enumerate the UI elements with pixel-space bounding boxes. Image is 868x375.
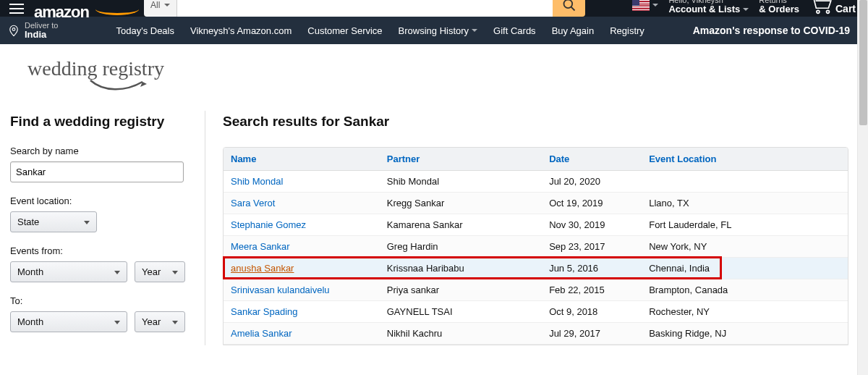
- partner-cell: Nikhil Kachru: [380, 323, 542, 345]
- to-year-select[interactable]: Year: [135, 311, 185, 332]
- svg-point-4: [12, 28, 15, 31]
- date-cell: Oct 19, 2019: [542, 193, 642, 214]
- partner-cell: Shib Mondal: [380, 171, 542, 193]
- locale-selector[interactable]: [632, 0, 658, 11]
- location-cell: Rochester, NY: [642, 301, 848, 323]
- to-label: To:: [10, 295, 190, 306]
- location-cell: Fort Lauderdale, FL: [642, 214, 848, 236]
- search-bar: All: [144, 0, 585, 17]
- cart-link[interactable]: Cart: [809, 0, 856, 14]
- location-cell: Brampton, Canada: [642, 279, 848, 301]
- cart-label: Cart: [835, 3, 856, 14]
- scrollbar[interactable]: [857, 0, 863, 345]
- svg-point-2: [817, 11, 820, 14]
- hamburger-menu-icon[interactable]: [6, 0, 27, 17]
- table-row: anusha SankarKrissnaa HaribabuJun 5, 201…: [224, 258, 848, 279]
- account-label: Account & Lists: [668, 4, 740, 14]
- table-row: Stephanie GomezKamarena SankarNov 30, 20…: [224, 214, 848, 236]
- returns-label: & Orders: [759, 4, 799, 14]
- chevron-down-icon: [164, 4, 170, 7]
- nav-top-bar: amazon All Hello, Vikneysh Account: [0, 0, 863, 17]
- name-cell: Sara Verot: [224, 193, 380, 214]
- covid-link[interactable]: Amazon's response to COVID-19: [693, 25, 850, 36]
- registry-name-link[interactable]: Stephanie Gomez: [231, 219, 306, 230]
- column-header[interactable]: Date: [542, 148, 642, 171]
- from-month-value: Month: [17, 266, 43, 277]
- svg-point-3: [827, 11, 830, 14]
- cart-icon: [809, 0, 834, 14]
- registry-name-link[interactable]: Meera Sankar: [231, 241, 290, 252]
- search-category-label: All: [150, 0, 160, 10]
- location-pin-icon: [7, 24, 20, 37]
- svg-point-0: [563, 0, 572, 8]
- from-year-value: Year: [142, 266, 161, 277]
- location-cell: Chennai, India: [642, 258, 848, 279]
- name-cell: Stephanie Gomez: [224, 214, 380, 236]
- state-value: State: [17, 216, 39, 227]
- sidebar-title: Find a wedding registry: [10, 114, 190, 130]
- nav-link[interactable]: Gift Cards: [493, 25, 536, 36]
- results-table-wrapper: NamePartnerDateEvent Location Shib Monda…: [223, 147, 848, 345]
- registry-name-link[interactable]: Srinivasan kulandaivelu: [231, 285, 330, 295]
- date-cell: Feb 22, 2015: [542, 279, 642, 301]
- main-content: Find a wedding registry Search by name E…: [0, 104, 863, 345]
- registry-name-link[interactable]: Sankar Spading: [231, 306, 298, 317]
- nav-link[interactable]: Today's Deals: [116, 25, 174, 36]
- events-from-label: Events from:: [10, 245, 190, 256]
- registry-name-link[interactable]: Amelia Sankar: [231, 328, 292, 339]
- registry-name-link[interactable]: Shib Mondal: [231, 176, 283, 187]
- to-month-select[interactable]: Month: [10, 311, 127, 332]
- name-cell: Sankar Spading: [224, 301, 380, 323]
- search-category-dropdown[interactable]: All: [144, 0, 177, 17]
- from-month-select[interactable]: Month: [10, 261, 127, 282]
- registry-name-link[interactable]: Sara Verot: [231, 198, 275, 208]
- nav-link[interactable]: Registry: [610, 25, 644, 36]
- scroll-thumb[interactable]: [859, 0, 863, 125]
- logo-text: amazon: [34, 7, 89, 17]
- partner-cell: Krissnaa Haribabu: [380, 258, 542, 279]
- search-icon: [562, 0, 576, 12]
- location-cell: Basking Ridge, NJ: [642, 323, 848, 345]
- location-cell: Llano, TX: [642, 193, 848, 214]
- filter-sidebar: Find a wedding registry Search by name E…: [0, 111, 205, 345]
- amazon-logo[interactable]: amazon: [34, 7, 135, 20]
- deliver-to[interactable]: Deliver to India: [7, 21, 58, 40]
- search-name-input[interactable]: [10, 161, 184, 182]
- event-location-label: Event location:: [10, 195, 190, 206]
- search-name-label: Search by name: [10, 146, 190, 156]
- results-panel: Search results for Sankar NamePartnerDat…: [205, 111, 863, 345]
- date-cell: Jul 29, 2017: [542, 323, 642, 345]
- nav-link[interactable]: Buy Again: [552, 25, 595, 36]
- results-table: NamePartnerDateEvent Location Shib Monda…: [224, 148, 848, 345]
- location-cell: New York, NY: [642, 236, 848, 258]
- logo-smile-icon: [95, 8, 139, 15]
- account-menu[interactable]: Hello, Vikneysh Account & Lists: [668, 0, 749, 14]
- returns-orders[interactable]: Returns & Orders: [759, 0, 799, 14]
- name-cell: Shib Mondal: [224, 171, 380, 193]
- nav-link[interactable]: Customer Service: [307, 25, 382, 36]
- nav-right: Hello, Vikneysh Account & Lists Returns …: [632, 0, 856, 14]
- date-cell: Oct 9, 2018: [542, 301, 642, 323]
- search-button[interactable]: [553, 0, 585, 17]
- date-cell: Jun 5, 2016: [542, 258, 642, 279]
- table-row: Amelia SankarNikhil KachruJul 29, 2017Ba…: [224, 323, 848, 345]
- table-row: Meera SankarGreg HardinSep 23, 2017New Y…: [224, 236, 848, 258]
- flag-us-icon: [632, 0, 650, 11]
- date-cell: Nov 30, 2019: [542, 214, 642, 236]
- column-header[interactable]: Name: [224, 148, 380, 171]
- table-row: Shib MondalShib MondalJul 20, 2020: [224, 171, 848, 193]
- from-year-select[interactable]: Year: [135, 261, 185, 282]
- nav-link[interactable]: Vikneysh's Amazon.com: [190, 25, 292, 36]
- partner-cell: Priya sankar: [380, 279, 542, 301]
- state-select[interactable]: State: [10, 211, 97, 232]
- search-input[interactable]: [177, 0, 553, 17]
- column-header[interactable]: Event Location: [642, 148, 848, 171]
- wedding-registry-logo[interactable]: wedding registry: [0, 44, 863, 104]
- column-header[interactable]: Partner: [380, 148, 542, 171]
- results-heading: Search results for Sankar: [223, 114, 848, 130]
- partner-cell: Kamarena Sankar: [380, 214, 542, 236]
- table-row: Sara VerotKregg SankarOct 19, 2019Llano,…: [224, 193, 848, 214]
- nav-link[interactable]: Browsing History: [399, 25, 478, 36]
- chevron-down-icon: [652, 4, 658, 7]
- registry-name-link[interactable]: anusha Sankar: [231, 263, 294, 274]
